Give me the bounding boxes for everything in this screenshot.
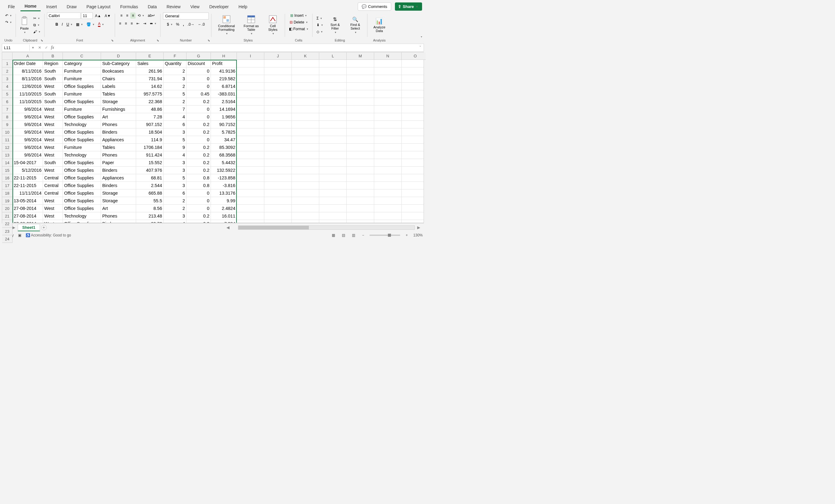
row-header-11[interactable]: 11 bbox=[2, 136, 13, 144]
cell[interactable] bbox=[292, 167, 319, 174]
cell[interactable] bbox=[374, 189, 402, 197]
cell[interactable]: 22.72 bbox=[136, 220, 164, 223]
cell[interactable] bbox=[237, 98, 264, 106]
cell[interactable]: 261.96 bbox=[136, 67, 164, 75]
cell[interactable] bbox=[402, 212, 424, 220]
cell[interactable]: 3 bbox=[164, 167, 186, 174]
cell[interactable]: 3 bbox=[164, 182, 186, 189]
cell[interactable]: Furnishings bbox=[101, 106, 136, 113]
cell[interactable] bbox=[319, 121, 347, 128]
copy-button[interactable]: ⧉ bbox=[32, 22, 42, 28]
cell[interactable]: 8/11/2016 bbox=[13, 67, 43, 75]
sheet-tab-active[interactable]: Sheet1 bbox=[18, 224, 40, 231]
cell[interactable] bbox=[237, 60, 264, 67]
cell[interactable] bbox=[264, 159, 292, 167]
cell[interactable] bbox=[292, 136, 319, 144]
cell[interactable]: 0.2 bbox=[186, 144, 211, 151]
column-header-O[interactable]: O bbox=[402, 52, 426, 60]
cell[interactable] bbox=[319, 174, 347, 182]
name-box-dropdown[interactable]: ▾ bbox=[29, 45, 36, 50]
cell[interactable]: 11/10/2015 bbox=[13, 98, 43, 106]
cell[interactable] bbox=[292, 121, 319, 128]
row-header-6[interactable]: 6 bbox=[2, 98, 13, 106]
align-middle-button[interactable]: ≡ bbox=[124, 13, 130, 19]
cell[interactable]: 0.8 bbox=[186, 174, 211, 182]
cell[interactable] bbox=[292, 90, 319, 98]
cell[interactable]: 5.4432 bbox=[211, 159, 237, 167]
cell[interactable]: 13-05-2014 bbox=[13, 197, 43, 205]
cell[interactable] bbox=[374, 167, 402, 174]
cell[interactable] bbox=[264, 212, 292, 220]
hscroll-left[interactable]: ◀ bbox=[225, 225, 231, 230]
merge-center-button[interactable]: ⬌ bbox=[148, 20, 158, 26]
cell[interactable] bbox=[402, 106, 424, 113]
cell[interactable]: 6 bbox=[164, 121, 186, 128]
cell[interactable] bbox=[319, 205, 347, 212]
column-header-C[interactable]: C bbox=[63, 52, 101, 60]
cell[interactable] bbox=[264, 106, 292, 113]
cell[interactable]: Technology bbox=[63, 212, 101, 220]
cell[interactable]: -123.858 bbox=[211, 174, 237, 182]
cell[interactable]: Office Supplies bbox=[63, 189, 101, 197]
cell[interactable]: 0.8 bbox=[186, 182, 211, 189]
cell[interactable]: South bbox=[43, 90, 63, 98]
cell[interactable]: Phones bbox=[101, 121, 136, 128]
cell[interactable]: 15-04-2017 bbox=[13, 159, 43, 167]
cell[interactable] bbox=[292, 205, 319, 212]
cell[interactable]: 12/6/2016 bbox=[13, 83, 43, 90]
cell[interactable] bbox=[402, 174, 424, 182]
cell[interactable]: Region bbox=[43, 60, 63, 67]
cell[interactable] bbox=[374, 98, 402, 106]
cell[interactable]: Art bbox=[101, 113, 136, 121]
add-sheet-button[interactable]: + bbox=[41, 225, 47, 230]
cell[interactable]: 0.45 bbox=[186, 90, 211, 98]
row-header-16[interactable]: 16 bbox=[2, 174, 13, 182]
cell[interactable]: West bbox=[43, 106, 63, 113]
align-top-button[interactable]: ≡ bbox=[119, 13, 124, 19]
cell[interactable]: Tables bbox=[101, 144, 136, 151]
cell[interactable]: 22.368 bbox=[136, 98, 164, 106]
cancel-formula-button[interactable]: ✕ bbox=[36, 45, 43, 50]
column-header-B[interactable]: B bbox=[43, 52, 63, 60]
column-header-J[interactable]: J bbox=[264, 52, 292, 60]
cell[interactable]: 0.2 bbox=[186, 98, 211, 106]
cell[interactable] bbox=[402, 151, 424, 159]
macro-record-icon[interactable]: ▣ bbox=[18, 233, 21, 237]
row-header-4[interactable]: 4 bbox=[2, 83, 13, 90]
view-normal-button[interactable]: ▦ bbox=[330, 232, 336, 238]
cell[interactable]: 3 bbox=[164, 128, 186, 136]
cell[interactable] bbox=[374, 136, 402, 144]
cell[interactable] bbox=[264, 83, 292, 90]
cell[interactable] bbox=[264, 182, 292, 189]
cell[interactable]: 9.99 bbox=[211, 197, 237, 205]
cell[interactable] bbox=[402, 167, 424, 174]
cell[interactable]: 213.48 bbox=[136, 212, 164, 220]
cell[interactable]: 22-11-2015 bbox=[13, 182, 43, 189]
cell[interactable]: South bbox=[43, 75, 63, 83]
cell[interactable] bbox=[347, 75, 374, 83]
cell[interactable] bbox=[347, 106, 374, 113]
cell[interactable] bbox=[264, 144, 292, 151]
cell[interactable]: Category bbox=[63, 60, 101, 67]
cell[interactable]: 27-08-2014 bbox=[13, 212, 43, 220]
cell[interactable] bbox=[264, 151, 292, 159]
cell[interactable] bbox=[292, 159, 319, 167]
cell[interactable] bbox=[264, 67, 292, 75]
cell[interactable] bbox=[374, 159, 402, 167]
cell[interactable] bbox=[292, 197, 319, 205]
cell[interactable] bbox=[347, 205, 374, 212]
tab-page-layout[interactable]: Page Layout bbox=[82, 2, 115, 11]
cell[interactable] bbox=[292, 113, 319, 121]
cell[interactable]: 0 bbox=[186, 113, 211, 121]
cell[interactable] bbox=[319, 90, 347, 98]
cell[interactable]: 55.5 bbox=[136, 197, 164, 205]
cell[interactable]: South bbox=[43, 98, 63, 106]
format-cells-button[interactable]: ◧Format bbox=[287, 26, 310, 32]
cell[interactable]: 9/6/2014 bbox=[13, 144, 43, 151]
align-right-button[interactable]: ≡ bbox=[129, 20, 134, 26]
cell[interactable] bbox=[264, 136, 292, 144]
cell[interactable]: 6 bbox=[164, 189, 186, 197]
cell[interactable] bbox=[347, 212, 374, 220]
percent-button[interactable]: % bbox=[175, 21, 181, 27]
cell[interactable] bbox=[347, 197, 374, 205]
